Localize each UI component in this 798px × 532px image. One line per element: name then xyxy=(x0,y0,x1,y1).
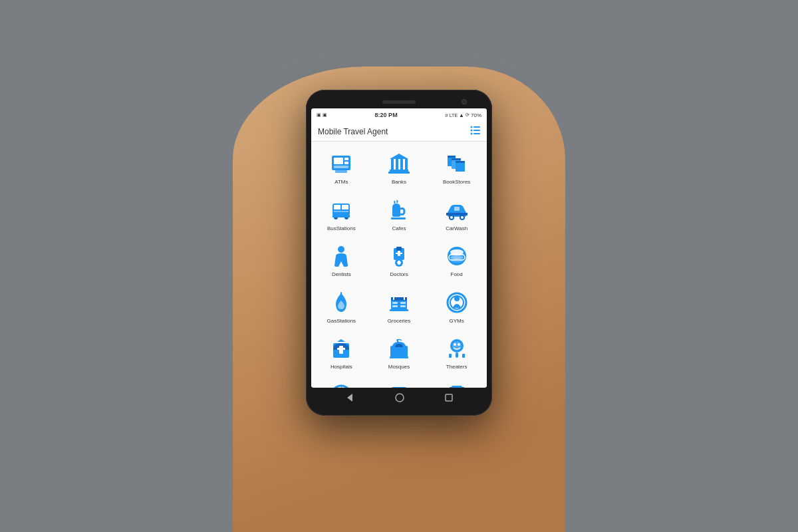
status-bar: ▣ ▣ 8:20 PM # LTE ▲ ⟳ 70% xyxy=(311,108,487,122)
polices-icon xyxy=(444,382,469,388)
category-theaters[interactable]: Theaters xyxy=(429,331,484,374)
category-dentists[interactable]: Dentists xyxy=(314,238,369,282)
svg-rect-70 xyxy=(405,346,408,358)
svg-marker-12 xyxy=(390,154,408,159)
gyms-icon xyxy=(444,290,469,315)
svg-rect-24 xyxy=(456,161,465,163)
groceries-label: Groceries xyxy=(388,318,411,325)
svg-rect-14 xyxy=(396,159,398,170)
carwash-label: CarWash xyxy=(446,225,467,232)
svg-rect-56 xyxy=(392,302,398,304)
lte-icon: LTE xyxy=(450,113,458,118)
svg-point-63 xyxy=(454,296,460,301)
svg-rect-66 xyxy=(337,348,345,350)
category-polices[interactable]: Polices xyxy=(429,377,484,388)
svg-rect-58 xyxy=(392,305,398,307)
category-parks[interactable]: Parks xyxy=(314,377,369,388)
svg-rect-18 xyxy=(388,172,410,174)
svg-rect-28 xyxy=(334,211,348,212)
svg-rect-60 xyxy=(390,309,408,311)
category-bookstores[interactable]: BookStores xyxy=(429,146,484,190)
svg-point-37 xyxy=(461,216,464,219)
atm-label: ATMs xyxy=(334,179,348,186)
category-busstations[interactable]: BusStations xyxy=(314,192,369,236)
svg-rect-15 xyxy=(400,159,403,170)
gyms-label: GYMs xyxy=(450,318,464,325)
bookstore-icon xyxy=(444,151,469,176)
svg-rect-16 xyxy=(405,159,408,170)
svg-rect-79 xyxy=(462,354,465,358)
phone-body: ▣ ▣ 8:20 PM # LTE ▲ ⟳ 70% Mobile Travel … xyxy=(306,90,492,416)
svg-point-91 xyxy=(396,394,404,402)
cafes-icon xyxy=(386,198,412,223)
svg-rect-71 xyxy=(390,356,408,358)
status-right: # LTE ▲ ⟳ 70% xyxy=(445,112,481,118)
category-cafes[interactable]: Cafes xyxy=(372,192,427,236)
app-content: ATMs xyxy=(311,142,487,388)
svg-point-1 xyxy=(471,130,473,132)
category-pharmacies[interactable]: Pharmacies xyxy=(372,377,427,388)
svg-rect-59 xyxy=(400,305,406,307)
bank-icon xyxy=(386,151,412,176)
groceries-icon xyxy=(386,290,412,315)
svg-rect-41 xyxy=(396,247,402,251)
category-groceries[interactable]: Groceries xyxy=(372,285,427,329)
svg-rect-3 xyxy=(473,126,480,128)
svg-rect-26 xyxy=(334,205,340,209)
category-hospitals[interactable]: Hospitals xyxy=(314,331,369,374)
hospitals-icon xyxy=(329,336,354,361)
svg-rect-31 xyxy=(332,215,350,217)
svg-rect-13 xyxy=(391,159,394,170)
category-gasstations[interactable]: GasStations xyxy=(314,285,369,329)
scene: ▣ ▣ 8:20 PM # LTE ▲ ⟳ 70% Mobile Travel … xyxy=(0,0,798,532)
category-doctors[interactable]: Doctors xyxy=(372,238,427,282)
svg-marker-90 xyxy=(347,394,352,402)
status-left: ▣ ▣ xyxy=(317,112,327,118)
hospitals-label: Hospitals xyxy=(331,364,352,370)
category-banks[interactable]: Banks xyxy=(372,146,427,190)
svg-point-35 xyxy=(450,216,453,219)
svg-rect-78 xyxy=(456,352,458,358)
svg-rect-82 xyxy=(391,387,407,388)
nav-home-button[interactable] xyxy=(394,392,405,403)
atm-icon xyxy=(329,151,354,176)
category-gyms[interactable]: GYMs xyxy=(429,285,484,329)
svg-rect-7 xyxy=(334,158,343,164)
food-icon xyxy=(444,243,469,269)
svg-rect-17 xyxy=(390,170,408,172)
category-mosques[interactable]: Mosques xyxy=(372,331,427,374)
menu-icon[interactable] xyxy=(469,126,480,137)
nav-recent-button[interactable] xyxy=(444,393,454,402)
pharmacies-icon xyxy=(386,382,412,388)
svg-point-75 xyxy=(454,343,456,346)
svg-rect-57 xyxy=(400,302,406,304)
svg-rect-87 xyxy=(452,386,462,388)
phone-device: ▣ ▣ 8:20 PM # LTE ▲ ⟳ 70% Mobile Travel … xyxy=(306,90,492,416)
dentists-icon xyxy=(329,243,354,269)
svg-rect-43 xyxy=(396,253,402,254)
gasstations-icon xyxy=(329,290,354,315)
doctors-icon xyxy=(386,243,412,269)
busstations-label: BusStations xyxy=(327,225,356,232)
svg-point-0 xyxy=(471,126,473,128)
svg-rect-46 xyxy=(397,262,401,263)
nav-back-button[interactable] xyxy=(344,392,355,403)
svg-point-76 xyxy=(458,343,460,346)
gasstations-label: GasStations xyxy=(327,318,356,325)
app-title: Mobile Travel Agent xyxy=(318,127,388,136)
category-food[interactable]: Food xyxy=(429,238,484,282)
svg-rect-32 xyxy=(391,217,406,219)
speaker xyxy=(382,100,416,104)
phone-nav-bar xyxy=(311,388,487,408)
svg-rect-11 xyxy=(335,170,347,173)
food-label: Food xyxy=(451,271,463,278)
mosques-icon xyxy=(386,336,412,361)
category-atms[interactable]: ATMs xyxy=(314,146,369,190)
battery-percent: 70% xyxy=(471,112,481,118)
svg-rect-4 xyxy=(473,130,480,131)
svg-point-2 xyxy=(471,133,473,135)
camera xyxy=(462,99,467,104)
mosques-label: Mosques xyxy=(388,364,410,370)
banks-label: Banks xyxy=(392,179,406,186)
category-carwash[interactable]: CarWash xyxy=(429,192,484,236)
